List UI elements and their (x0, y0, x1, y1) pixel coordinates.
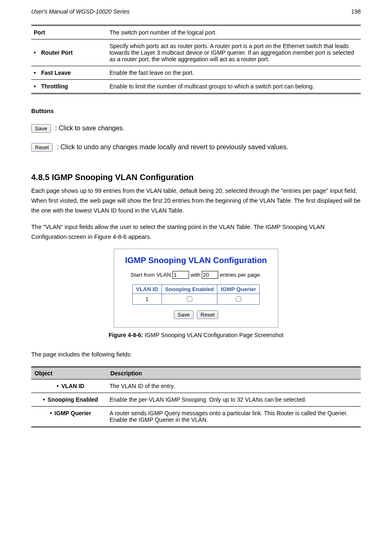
spec2-row-2-desc: A router sends IGMP Query messages onto … (107, 406, 361, 427)
reset-button[interactable]: Reset (31, 143, 53, 152)
spec2-row-0-label: •VLAN ID (31, 379, 107, 393)
spec2-row-0-label-text: VLAN ID (61, 383, 84, 389)
igmp-table: VLAN ID Snooping Enabled IGMP Querier 1 (132, 284, 260, 305)
entries-per-page-label: entries per page. (220, 272, 261, 278)
bullet-icon: • (34, 69, 41, 76)
bullet-icon: • (34, 49, 41, 56)
igmp-row-vlanid: 1 (132, 294, 161, 304)
top-row-2-label: •Throttling (31, 80, 107, 94)
igmp-col-2: IGMP Querier (217, 284, 260, 294)
top-table-header-desc: The switch port number of the logical po… (107, 25, 361, 39)
spec2-row-1-label: •Snooping Enabled (31, 393, 107, 406)
entries-per-page-input[interactable] (202, 271, 218, 279)
bullet-icon: • (34, 83, 41, 90)
doc-header: User's Manual of WGSD-10020 Series (31, 8, 129, 15)
igmp-col-1: Snooping Enabled (161, 284, 217, 294)
section-p2-b: appears. (128, 234, 151, 240)
page-number: 198 (351, 8, 361, 15)
section-p2-fig: Figure 4-8-6 (94, 234, 127, 240)
bullet-icon: • (47, 410, 55, 416)
section-p1: Each page shows up to 99 entries from th… (31, 186, 361, 216)
vlan-start-input[interactable] (173, 271, 189, 279)
snooping-enabled-checkbox[interactable] (187, 296, 192, 302)
section-p2: The "VLAN" input fields allow the user t… (31, 222, 361, 242)
top-row-1-label: •Fast Leave (31, 66, 107, 80)
top-table-header-port: Port (31, 25, 107, 39)
screenshot-title: IGMP Snooping VLAN Configuration (125, 256, 267, 265)
save-desc: : Click to save changes. (55, 125, 125, 132)
top-row-1-label-text: Fast Leave (41, 69, 71, 76)
screenshot-reset-button[interactable]: Reset (197, 310, 218, 319)
top-row-1-desc: Enable the fast leave on the port. (107, 66, 361, 80)
spec2-head-object: Object (31, 367, 107, 379)
top-row-2-desc: Enable to limit the number of multicast … (107, 80, 361, 94)
section-heading: 4.8.5 IGMP Snooping VLAN Configuration (31, 173, 361, 182)
spec2-row-1-label-text: Snooping Enabled (48, 396, 98, 403)
screenshot-panel: IGMP Snooping VLAN Configuration Start f… (114, 249, 278, 328)
bullet-icon: • (40, 396, 48, 403)
save-button[interactable]: Save (31, 124, 51, 133)
figure-caption-rest: IGMP Snooping VLAN Configuration Page Sc… (143, 332, 283, 338)
start-from-vlan-label: Start from VLAN (131, 272, 171, 278)
spec2-row-1-desc: Enable the per-VLAN IGMP Snooping. Only … (107, 393, 361, 406)
top-row-0-desc: Specify which ports act as router ports.… (107, 39, 361, 66)
top-row-0-label-text: Router Port (41, 49, 73, 56)
top-row-0-label: •Router Port (31, 39, 107, 66)
table-row: 1 (132, 294, 260, 304)
spec2-row-2-label: •IGMP Querier (31, 406, 107, 427)
screenshot-controls: Start from VLAN with entries per page. (125, 271, 267, 279)
top-row-2-label-text: Throttling (41, 83, 68, 90)
figure-caption: Figure 4-8-6: IGMP Snooping VLAN Configu… (31, 332, 361, 338)
reset-desc: : Click to undo any changes made locally… (57, 143, 288, 150)
buttons-heading: Buttons (31, 106, 361, 116)
igmp-querier-checkbox[interactable] (236, 296, 241, 302)
figure-caption-bold: Figure 4-8-6: (108, 332, 143, 338)
igmp-col-0: VLAN ID (132, 284, 161, 294)
screenshot-save-button[interactable]: Save (174, 310, 194, 319)
spec2-row-2-label-text: IGMP Querier (55, 410, 91, 416)
page-includes-text: The page includes the following fields: (31, 350, 361, 360)
bullet-icon: • (54, 383, 61, 389)
spec2-row-0-desc: The VLAN ID of the entry. (107, 379, 361, 393)
spec2-table: Object Description •VLAN ID The VLAN ID … (31, 366, 361, 428)
with-label: with (190, 272, 200, 278)
top-spec-table: Port The switch port number of the logic… (31, 25, 361, 94)
spec2-head-desc: Description (107, 367, 361, 379)
section-p2-a: The "VLAN" input fields allow the user t… (31, 224, 325, 240)
